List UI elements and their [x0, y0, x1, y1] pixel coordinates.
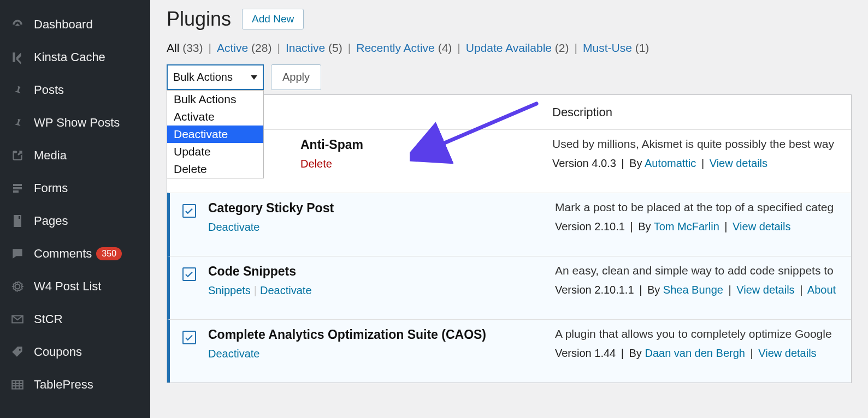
plugin-name: Complete Analytics Optimization Suite (C… — [208, 327, 555, 342]
caret-down-icon — [251, 75, 257, 80]
sidebar-item-w4-post-list[interactable]: W4 Post List — [0, 270, 150, 303]
sidebar-item-stcr[interactable]: StCR — [0, 303, 150, 336]
bulk-actions-label: Bulk Actions — [173, 71, 233, 83]
sidebar-item-label: WP Show Posts — [34, 116, 120, 130]
mail-icon — [9, 310, 26, 328]
meta-link-view-details[interactable]: View details — [733, 220, 790, 232]
pin-icon — [9, 114, 26, 132]
plugin-author-link[interactable]: Automattic — [645, 157, 696, 169]
sidebar-item-label: Dashboard — [34, 17, 93, 32]
pin-icon — [9, 81, 26, 99]
tag-icon — [9, 343, 26, 361]
filter-recently-active[interactable]: Recently Active (4) — [356, 41, 452, 54]
row-checkbox[interactable] — [182, 267, 196, 281]
column-header-description: Description — [552, 105, 851, 120]
meta-link-view-details[interactable]: View details — [710, 157, 767, 169]
plugin-description: An easy, clean and simple way to add cod… — [555, 264, 851, 277]
bulk-option-activate[interactable]: Activate — [167, 108, 263, 126]
svg-rect-0 — [13, 184, 22, 186]
row-checkbox[interactable] — [182, 331, 196, 344]
plugin-meta: Version 4.0.3 | By Automattic | View det… — [552, 157, 851, 170]
pages-icon — [9, 212, 26, 230]
action-deactivate[interactable]: Deactivate — [208, 221, 260, 233]
sidebar-item-label: Media — [34, 148, 67, 163]
plugin-author-link[interactable]: Daan van den Bergh — [645, 347, 745, 359]
plugins-table-body: Anti-SpamDeleteUsed by millions, Akismet… — [167, 129, 851, 383]
sidebar-item-pages[interactable]: Pages — [0, 205, 150, 237]
comments-icon — [9, 245, 26, 262]
page-title: Plugins — [167, 8, 231, 31]
apply-button[interactable]: Apply — [271, 64, 321, 90]
sidebar-item-posts[interactable]: Posts — [0, 74, 150, 106]
sidebar-item-label: Coupons — [34, 345, 82, 359]
plugin-author-link[interactable]: Tom McFarlin — [654, 220, 719, 232]
action-deactivate[interactable]: Deactivate — [260, 284, 312, 296]
plugin-name: Code Snippets — [208, 264, 555, 279]
sidebar-item-coupons[interactable]: Coupons — [0, 336, 150, 368]
forms-icon — [9, 180, 26, 197]
filter-all[interactable]: All (33) — [167, 41, 203, 54]
comments-count-badge: 350 — [96, 247, 122, 260]
bulk-option-bulk-actions[interactable]: Bulk Actions — [167, 91, 263, 108]
filter-inactive[interactable]: Inactive (5) — [286, 41, 343, 54]
sidebar-item-label: Forms — [34, 181, 68, 195]
add-new-button[interactable]: Add New — [242, 9, 304, 29]
sidebar-item-label: Comments — [34, 247, 92, 261]
sidebar-item-label: StCR — [34, 312, 63, 326]
sidebar-item-label: Posts — [34, 83, 64, 97]
filter-active[interactable]: Active (28) — [217, 41, 271, 54]
filter-must-use[interactable]: Must-Use (1) — [583, 41, 649, 54]
plugin-meta: Version 2.10.1 | By Tom McFarlin | View … — [555, 220, 851, 233]
sidebar-item-wp-show-posts[interactable]: WP Show Posts — [0, 106, 150, 139]
plugin-row: Complete Analytics Optimization Suite (C… — [167, 319, 851, 383]
row-checkbox[interactable] — [182, 204, 196, 218]
plugin-description: A plugin that allows you to completely o… — [555, 327, 851, 341]
plugin-author-link[interactable]: Shea Bunge — [663, 284, 723, 296]
sidebar-item-label: W4 Post List — [34, 279, 101, 294]
gear-icon — [9, 278, 26, 295]
sidebar-item-forms[interactable]: Forms — [0, 172, 150, 205]
meta-link-about[interactable]: About — [807, 284, 836, 296]
kinsta-icon — [9, 49, 26, 66]
bulk-option-deactivate[interactable]: Deactivate — [167, 126, 263, 143]
meta-link-view-details[interactable]: View details — [758, 347, 816, 359]
sidebar-item-label: Kinsta Cache — [34, 50, 105, 64]
plugin-name: Category Sticky Post — [208, 201, 555, 216]
media-icon — [9, 147, 26, 164]
sidebar-item-label: TablePress — [34, 378, 93, 392]
svg-rect-4 — [12, 380, 23, 389]
sidebar-item-label: Pages — [34, 214, 68, 228]
action-snippets[interactable]: Snippets — [208, 284, 251, 296]
plugin-row: Category Sticky PostDeactivateMark a pos… — [167, 193, 851, 256]
sidebar-item-dashboard[interactable]: Dashboard — [0, 8, 150, 41]
bulk-actions-dropdown: Bulk ActionsActivateDeactivateUpdateDele… — [167, 90, 264, 178]
bulk-actions-select[interactable]: Bulk Actions — [167, 64, 264, 90]
plugin-description: Mark a post to be placed at the top of a… — [555, 201, 851, 214]
action-delete[interactable]: Delete — [300, 158, 332, 170]
svg-rect-2 — [13, 190, 19, 193]
meta-link-view-details[interactable]: View details — [736, 284, 794, 296]
admin-sidebar: DashboardKinsta CachePostsWP Show PostsM… — [0, 0, 150, 418]
sidebar-item-comments[interactable]: Comments350 — [0, 237, 150, 270]
bulk-option-delete[interactable]: Delete — [167, 160, 263, 178]
sidebar-item-tablepress[interactable]: TablePress — [0, 368, 150, 401]
action-deactivate[interactable]: Deactivate — [208, 348, 260, 360]
bulk-option-update[interactable]: Update — [167, 143, 263, 160]
svg-rect-1 — [13, 187, 22, 189]
plugin-meta: Version 1.44 | By Daan van den Bergh | V… — [555, 347, 851, 360]
table-icon — [9, 376, 26, 393]
plugin-row: Anti-SpamDeleteUsed by millions, Akismet… — [167, 129, 851, 193]
main-content: Plugins Add New All (33)|Active (28)|Ina… — [150, 0, 868, 418]
filter-update-available[interactable]: Update Available (2) — [466, 41, 569, 54]
sidebar-item-media[interactable]: Media — [0, 139, 150, 172]
plugins-table: Description Anti-SpamDeleteUsed by milli… — [167, 94, 852, 383]
plugin-row: Code SnippetsSnippets|DeactivateAn easy,… — [167, 256, 851, 319]
filter-links: All (33)|Active (28)|Inactive (5)|Recent… — [167, 41, 852, 55]
dashboard-icon — [9, 16, 26, 33]
plugin-description: Used by millions, Akismet is quite possi… — [552, 138, 851, 151]
sidebar-item-kinsta-cache[interactable]: Kinsta Cache — [0, 41, 150, 74]
plugin-meta: Version 2.10.1.1 | By Shea Bunge | View … — [555, 284, 851, 296]
